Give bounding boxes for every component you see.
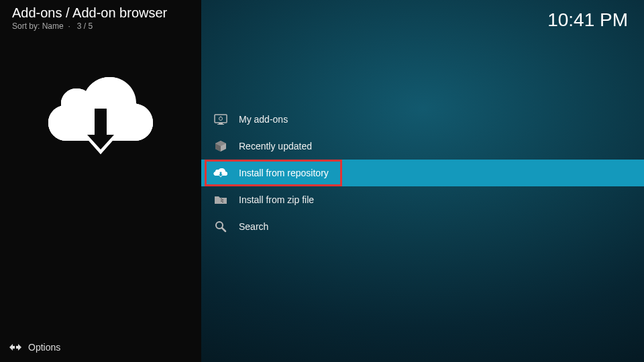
box-icon	[213, 139, 228, 154]
svg-rect-10	[221, 200, 222, 202]
menu-list: My add-ons Recently updated	[201, 106, 644, 240]
menu-item-label: Recently updated	[239, 141, 312, 152]
svg-line-13	[222, 228, 225, 231]
options-label: Options	[28, 342, 60, 353]
clock: 10:41 PM	[547, 9, 628, 31]
menu-item-label: Install from repository	[239, 168, 329, 178]
svg-rect-8	[221, 198, 222, 200]
header: Add-ons / Add-on browser Sort by: Name ·…	[0, 0, 201, 34]
menu-item-label: My add-ons	[239, 114, 288, 125]
menu-item-label: Install from zip file	[239, 194, 314, 205]
menu-item-install-zip[interactable]: Install from zip file	[201, 186, 644, 213]
menu-item-search[interactable]: Search	[201, 213, 644, 240]
svg-rect-9	[222, 200, 223, 201]
menu-item-my-addons[interactable]: My add-ons	[201, 106, 644, 133]
svg-rect-11	[222, 202, 223, 203]
sort-label: Sort by: Name	[12, 21, 64, 31]
svg-point-6	[219, 117, 223, 121]
svg-rect-4	[219, 123, 223, 124]
svg-rect-3	[215, 115, 227, 123]
position-indicator: 3 / 5	[77, 21, 93, 31]
menu-item-recently-updated[interactable]: Recently updated	[201, 133, 644, 160]
svg-rect-5	[217, 124, 224, 125]
page-title: Add-ons / Add-on browser	[12, 5, 189, 21]
search-icon	[213, 219, 228, 234]
arrows-horizontal-icon	[9, 343, 21, 352]
cloud-download-large-icon	[44, 70, 158, 158]
monitor-icon	[213, 112, 228, 127]
menu-item-install-repository[interactable]: Install from repository	[201, 160, 644, 186]
category-icon-container	[44, 70, 158, 158]
sidebar: Add-ons / Add-on browser Sort by: Name ·…	[0, 0, 201, 362]
cloud-download-icon	[213, 166, 228, 180]
menu-item-label: Search	[239, 221, 268, 232]
main-content: 10:41 PM My add-ons	[201, 0, 644, 362]
sort-info: Sort by: Name · 3 / 5	[12, 21, 189, 31]
options-button[interactable]: Options	[9, 342, 60, 353]
zip-folder-icon	[213, 192, 228, 207]
